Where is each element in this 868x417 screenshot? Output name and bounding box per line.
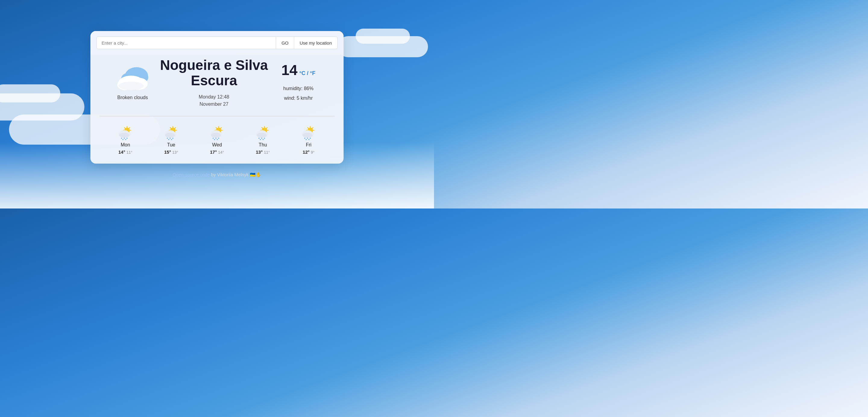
svg-line-68: [267, 127, 267, 128]
forecast-day: Thu13° 11°: [254, 125, 272, 155]
svg-line-32: [175, 127, 176, 128]
svg-point-91: [303, 133, 313, 137]
svg-point-37: [165, 133, 175, 137]
svg-point-22: [127, 138, 128, 139]
svg-point-19: [119, 133, 129, 137]
svg-point-6: [119, 82, 144, 90]
footer-suffix: by Viktoriia Melnyk 🇺🇦✋: [210, 172, 261, 177]
forecast-high: 13°: [256, 150, 263, 155]
weather-right-panel: 14 °C / °F humidity: 86% wind: 5 km/hr: [268, 62, 329, 103]
use-location-button[interactable]: Use my location: [294, 36, 338, 49]
svg-line-50: [221, 127, 221, 128]
forecast-high: 14°: [119, 150, 125, 155]
forecast-high: 17°: [210, 150, 217, 155]
forecast-low: 11°: [127, 150, 133, 155]
svg-point-39: [170, 138, 171, 139]
svg-line-66: [261, 127, 262, 128]
svg-line-12: [124, 127, 125, 128]
svg-point-42: [171, 139, 172, 140]
forecast-day: Fri12° 9°: [300, 125, 318, 155]
temperature-value: 14: [281, 62, 298, 78]
forecast-low: 14°: [218, 150, 224, 155]
svg-point-92: [304, 138, 305, 139]
forecast-day-label: Wed: [212, 142, 222, 148]
city-search-input[interactable]: [96, 36, 276, 49]
svg-point-74: [258, 138, 259, 139]
humidity: humidity: 86%: [268, 84, 329, 93]
forecast-day-label: Thu: [258, 142, 267, 148]
section-divider: [99, 116, 335, 116]
forecast-weather-icon: [300, 125, 318, 140]
svg-line-14: [129, 127, 130, 128]
svg-point-96: [308, 139, 310, 140]
svg-point-55: [211, 133, 221, 137]
temperature-display: 14 °C / °F: [268, 62, 329, 78]
forecast-weather-icon: [254, 125, 272, 140]
forecast-weather-icon: [162, 125, 180, 140]
svg-point-57: [216, 138, 217, 139]
city-name: Nogueira e Silva Escura: [160, 58, 268, 88]
forecast-low: 13°: [173, 150, 179, 155]
forecast-row: Mon14° 11° Tue15° 13°: [90, 122, 344, 155]
source-code-link[interactable]: Open-source code: [173, 172, 210, 177]
forecast-weather-icon: [208, 125, 226, 140]
date-full: November 27: [160, 101, 268, 107]
svg-point-20: [121, 138, 122, 139]
search-bar: GO Use my location: [90, 31, 344, 55]
datetime: Monday 12:48: [160, 94, 268, 100]
forecast-low: 9°: [311, 150, 314, 155]
broken-clouds-icon: [113, 64, 152, 91]
svg-point-76: [264, 138, 265, 139]
weather-center-panel: Nogueira e Silva Escura Monday 12:48 Nov…: [160, 58, 268, 107]
svg-point-40: [173, 138, 174, 139]
svg-point-41: [168, 139, 169, 140]
forecast-day: Mon14° 11°: [116, 125, 134, 155]
wind: wind: 5 km/hr: [268, 93, 329, 103]
weather-description: Broken clouds: [117, 95, 148, 100]
forecast-weather-icon: [116, 125, 134, 140]
temperature-units[interactable]: °C / °F: [299, 70, 315, 76]
forecast-day: Wed17° 14°: [208, 125, 226, 155]
svg-point-21: [124, 138, 125, 139]
forecast-low: 11°: [264, 150, 270, 155]
weather-card: GO Use my location Broken c: [90, 31, 344, 163]
svg-line-48: [216, 127, 217, 128]
forecast-temps: 13° 11°: [256, 150, 270, 155]
forecast-day-label: Tue: [167, 142, 176, 148]
svg-line-30: [170, 127, 171, 128]
svg-point-94: [310, 138, 311, 139]
svg-point-73: [257, 133, 267, 137]
forecast-temps: 15° 13°: [164, 150, 179, 155]
forecast-high: 15°: [164, 150, 171, 155]
svg-line-84: [307, 127, 308, 128]
weather-details: humidity: 86% wind: 5 km/hr: [268, 84, 329, 103]
forecast-day: Tue15° 13°: [162, 125, 180, 155]
svg-point-95: [306, 139, 307, 140]
svg-point-56: [213, 138, 214, 139]
svg-point-23: [122, 139, 124, 140]
svg-point-75: [261, 138, 262, 139]
weather-left-panel: Broken clouds: [105, 64, 160, 100]
svg-point-93: [307, 138, 308, 139]
svg-point-24: [125, 139, 126, 140]
forecast-temps: 17° 14°: [210, 150, 224, 155]
forecast-temps: 12° 9°: [303, 150, 314, 155]
svg-point-58: [218, 138, 219, 139]
forecast-high: 12°: [303, 150, 310, 155]
svg-point-59: [214, 139, 215, 140]
forecast-day-label: Fri: [306, 142, 312, 148]
svg-point-38: [167, 138, 168, 139]
svg-point-78: [262, 139, 264, 140]
svg-line-86: [312, 127, 313, 128]
svg-point-60: [217, 139, 218, 140]
go-button[interactable]: GO: [276, 36, 294, 49]
footer: Open-source code by Viktoriia Melnyk 🇺🇦✋: [173, 172, 261, 178]
forecast-day-label: Mon: [121, 142, 130, 148]
svg-point-77: [260, 139, 261, 140]
weather-main: Broken clouds Nogueira e Silva Escura Mo…: [90, 55, 344, 116]
forecast-temps: 14° 11°: [119, 150, 133, 155]
